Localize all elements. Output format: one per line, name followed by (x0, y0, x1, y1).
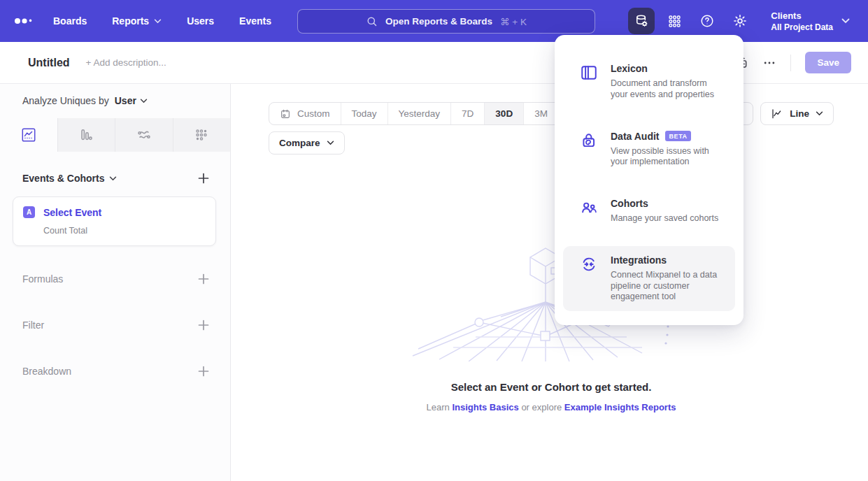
add-description-field[interactable]: + Add description... (86, 57, 166, 68)
line-chart-icon (771, 108, 783, 120)
apps-grid-icon (667, 14, 682, 29)
mixpanel-logo-icon[interactable] (13, 15, 36, 27)
menu-item-body: Data Audit BETA View possible issues wit… (611, 131, 725, 168)
insights-basics-link[interactable]: Insights Basics (452, 402, 518, 412)
range-label: 3M (534, 108, 548, 119)
help-button[interactable] (694, 8, 720, 34)
analyze-value-dropdown[interactable]: User (115, 95, 148, 106)
formulas-section: Formulas (0, 256, 230, 302)
chevron-down-icon (327, 141, 334, 145)
breakdown-label: Breakdown (22, 366, 71, 377)
select-event-button[interactable]: Select Event (43, 207, 101, 218)
menu-item-title: Lexicon (611, 63, 725, 74)
analyze-value: User (115, 95, 136, 106)
menu-item-body: Cohorts Manage your saved cohorts (611, 198, 718, 224)
events-section-header: Events & Cohorts (0, 152, 230, 195)
nav-item-boards[interactable]: Boards (53, 15, 87, 27)
range-7d[interactable]: 7D (451, 103, 485, 124)
report-title[interactable]: Untitled (28, 57, 70, 69)
report-canvas: Custom Today Yesterday 7D 30D 3M 6M (231, 84, 868, 481)
range-label: Custom (297, 108, 330, 119)
range-yesterday[interactable]: Yesterday (388, 103, 452, 124)
search-icon (366, 15, 378, 27)
menu-item-integrations[interactable]: Integrations Connect Mixpanel to a data … (563, 246, 735, 311)
breakdown-section: Breakdown (0, 348, 230, 394)
add-breakdown-button[interactable] (198, 366, 209, 377)
plus-icon (198, 366, 209, 377)
menu-item-title: Cohorts (611, 198, 718, 209)
filter-section: Filter (0, 302, 230, 348)
gear-icon (732, 13, 748, 29)
tab-flows[interactable] (115, 118, 173, 152)
range-30d-active[interactable]: 30D (485, 103, 524, 124)
beta-badge: BETA (665, 131, 690, 141)
save-button[interactable]: Save (805, 52, 851, 73)
tab-retention[interactable] (173, 118, 231, 152)
range-label: 7D (462, 108, 474, 119)
chart-type-tabs (0, 118, 230, 152)
settings-button[interactable] (727, 8, 753, 34)
event-card[interactable]: A Select Event Count Total (13, 196, 216, 246)
add-formula-button[interactable] (198, 273, 209, 285)
example-reports-link[interactable]: Example Insights Reports (564, 402, 676, 412)
range-label: Yesterday (399, 108, 441, 119)
menu-item-description: Manage your saved cohorts (611, 213, 718, 224)
subtitle-text: Learn (427, 402, 453, 412)
data-management-button[interactable] (628, 8, 655, 34)
event-card-row: A Select Event (23, 206, 206, 218)
chart-type-dropdown[interactable]: Line (760, 102, 834, 125)
chart-type-label: Line (790, 108, 809, 119)
chevron-down-icon (140, 99, 148, 103)
nav-item-events[interactable]: Events (239, 15, 271, 27)
report-actions: Save (734, 52, 851, 73)
empty-state-title: Select an Event or Cohort to get started… (269, 381, 834, 393)
more-options-button[interactable] (762, 56, 776, 70)
range-3m[interactable]: 3M (524, 103, 559, 124)
add-filter-button[interactable] (198, 320, 209, 331)
menu-item-body: Integrations Connect Mixpanel to a data … (611, 254, 725, 303)
empty-state-subtitle: Learn Insights Basics or explore Example… (269, 402, 834, 412)
project-selector[interactable]: Clients All Project Data (771, 10, 850, 32)
apps-grid-button[interactable] (661, 8, 688, 34)
menu-item-lexicon[interactable]: Lexicon Document and transform your even… (563, 55, 735, 109)
divider (790, 55, 791, 71)
search-shortcut: ⌘ + K (500, 16, 527, 27)
menu-item-description: Document and transform your events and p… (611, 78, 725, 101)
database-gear-icon (634, 13, 649, 29)
compare-row: Compare (269, 131, 834, 155)
nav-actions: Clients All Project Data (628, 8, 850, 34)
menu-item-body: Lexicon Document and transform your even… (611, 63, 725, 101)
event-metric-dropdown[interactable]: Count Total (43, 226, 206, 236)
lexicon-icon (580, 63, 598, 101)
dot-grid-icon (194, 127, 209, 143)
query-builder-sidebar: Analyze Uniques by User (0, 84, 231, 481)
menu-item-cohorts[interactable]: Cohorts Manage your saved cohorts (563, 189, 735, 233)
events-section-toggle[interactable]: Events & Cohorts (22, 173, 117, 184)
range-custom[interactable]: Custom (269, 103, 341, 124)
nav-item-users[interactable]: Users (187, 15, 214, 27)
search-placeholder: Open Reports & Boards (385, 16, 492, 27)
plus-icon (198, 173, 209, 184)
chart-toolbar: Custom Today Yesterday 7D 30D 3M 6M (269, 102, 834, 125)
compare-label: Compare (279, 138, 320, 148)
integrations-icon (580, 254, 598, 303)
formulas-label: Formulas (22, 273, 63, 285)
analyze-row: Analyze Uniques by User (0, 84, 230, 115)
filter-label: Filter (22, 320, 44, 331)
tab-bar-chart[interactable] (58, 118, 116, 152)
add-event-button[interactable] (198, 173, 209, 184)
chevron-down-icon (816, 111, 823, 116)
compare-dropdown[interactable]: Compare (269, 131, 345, 155)
nav-item-label: Reports (112, 15, 149, 27)
range-today[interactable]: Today (341, 103, 388, 124)
menu-item-data-audit[interactable]: Data Audit BETA View possible issues wit… (563, 122, 735, 177)
chevron-down-icon (154, 19, 162, 24)
nav-item-reports[interactable]: Reports (112, 15, 162, 27)
range-label: 30D (495, 108, 513, 119)
help-icon (699, 13, 715, 29)
global-search-input[interactable]: Open Reports & Boards ⌘ + K (297, 9, 595, 34)
primary-nav: Boards Reports Users Events (53, 15, 271, 27)
nav-item-label: Events (239, 15, 271, 27)
tab-insights-line[interactable] (0, 118, 58, 152)
nav-item-label: Boards (53, 15, 87, 27)
